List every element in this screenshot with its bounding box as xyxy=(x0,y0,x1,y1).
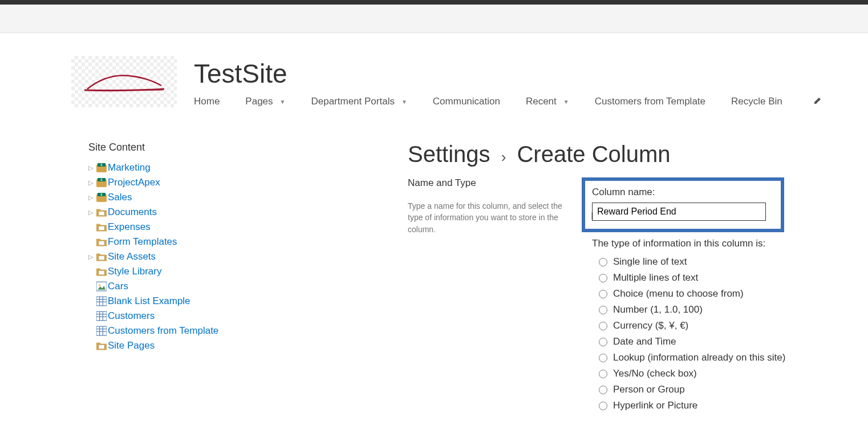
sidebar-item-label: Customers xyxy=(108,310,155,322)
window-top-bar xyxy=(0,0,868,5)
expand-icon[interactable]: ▷ xyxy=(88,253,95,261)
nav-label: Recycle Bin xyxy=(731,96,782,107)
radio-label: Single line of text xyxy=(613,256,687,268)
sidebar-item[interactable]: ▷Marketing xyxy=(88,160,328,175)
sidebar-item[interactable]: Expenses xyxy=(88,220,328,234)
radio-label: Choice (menu to choose from) xyxy=(613,288,744,300)
column-type-option[interactable]: Lookup (information already on this site… xyxy=(599,350,868,366)
sidebar-item-label: Site Pages xyxy=(108,340,155,351)
radio-label: Yes/No (check box) xyxy=(613,368,697,379)
radio-label: Currency ($, ¥, €) xyxy=(613,320,688,331)
nav-home[interactable]: Home xyxy=(194,96,220,107)
nav-recent[interactable]: Recent ▼ xyxy=(526,96,569,107)
nav-communication[interactable]: Communication xyxy=(433,96,500,107)
radio-input[interactable] xyxy=(599,290,607,298)
breadcrumb-separator: › xyxy=(501,148,506,165)
sidebar-item-label: Form Templates xyxy=(108,236,177,248)
radio-label: Lookup (information already on this site… xyxy=(613,352,785,363)
column-type-option[interactable]: Date and Time xyxy=(599,334,868,350)
column-type-option[interactable]: Multiple lines of text xyxy=(599,270,868,286)
nav-label: Recent xyxy=(526,96,557,107)
radio-input[interactable] xyxy=(599,402,607,410)
main-content: Settings › Create Column Name and Type T… xyxy=(328,141,868,414)
nav-label: Department Portals xyxy=(311,96,394,107)
column-type-label: The type of information in this column i… xyxy=(592,238,868,249)
sidebar-item-label: Expenses xyxy=(108,221,151,233)
chevron-down-icon: ▼ xyxy=(401,99,407,105)
expand-icon[interactable]: ▷ xyxy=(88,209,95,216)
nav-label: Home xyxy=(194,96,220,107)
car-logo-icon xyxy=(79,67,170,96)
top-nav: Home Pages ▼ Department Portals ▼ Commun… xyxy=(194,96,822,107)
radio-input[interactable] xyxy=(599,322,607,330)
expand-icon[interactable]: ▷ xyxy=(88,179,95,187)
radio-input[interactable] xyxy=(599,386,607,394)
folder-icon xyxy=(96,341,107,351)
nav-label: Communication xyxy=(433,96,500,107)
chevron-down-icon: ▼ xyxy=(563,99,569,105)
sidebar-item[interactable]: Site Pages xyxy=(88,338,328,353)
column-type-option[interactable]: Choice (menu to choose from) xyxy=(599,286,868,302)
sidebar-item-label: Blank List Example xyxy=(108,296,190,307)
expand-icon[interactable]: ▷ xyxy=(88,164,95,172)
breadcrumb-parent[interactable]: Settings xyxy=(408,141,490,167)
nav-pages[interactable]: Pages ▼ xyxy=(245,96,285,107)
sidebar-item-label: Style Library xyxy=(108,266,161,277)
site-logo[interactable] xyxy=(71,56,177,107)
column-name-highlight: Column name: xyxy=(582,177,784,232)
sidebar-item[interactable]: Blank List Example xyxy=(88,294,328,309)
radio-input[interactable] xyxy=(599,370,607,378)
ribbon-area xyxy=(0,5,868,33)
column-type-option[interactable]: Currency ($, ¥, €) xyxy=(599,318,868,334)
column-name-input[interactable] xyxy=(592,203,766,221)
radio-label: Date and Time xyxy=(613,336,676,347)
sidebar-item-label: Cars xyxy=(108,281,128,292)
radio-input[interactable] xyxy=(599,274,607,282)
radio-label: Number (1, 1.0, 100) xyxy=(613,304,703,315)
nav-label: Pages xyxy=(245,96,273,107)
page-title: Settings › Create Column xyxy=(408,141,868,167)
section-title: Name and Type xyxy=(408,177,565,189)
column-type-option[interactable]: Number (1, 1.0, 100) xyxy=(599,302,868,318)
column-type-option[interactable]: Single line of text xyxy=(599,254,868,270)
sidebar: Site Content ▷Marketing▷ProjectApex▷Sale… xyxy=(88,141,328,414)
radio-input[interactable] xyxy=(599,338,607,346)
sidebar-item[interactable]: Form Templates xyxy=(88,234,328,249)
sidebar-item[interactable]: Customers xyxy=(88,309,328,323)
sidebar-item-label: Customers from Template xyxy=(108,325,218,337)
sidebar-title: Site Content xyxy=(88,141,328,153)
sidebar-item-label: ProjectApex xyxy=(108,177,160,188)
section-description: Type a name for this column, and select … xyxy=(408,200,565,235)
radio-label: Person or Group xyxy=(613,384,685,395)
nav-customers-from-template[interactable]: Customers from Template xyxy=(595,96,705,107)
nav-recycle-bin[interactable]: Recycle Bin xyxy=(731,96,782,107)
nav-label: Customers from Template xyxy=(595,96,705,107)
sidebar-item[interactable]: Customers from Template xyxy=(88,323,328,338)
radio-input[interactable] xyxy=(599,258,607,266)
sidebar-item[interactable]: ▷Documents xyxy=(88,205,328,220)
radio-label: Hyperlink or Picture xyxy=(613,400,697,411)
sidebar-item[interactable]: ▷ProjectApex xyxy=(88,175,328,190)
site-header: TestSite Home Pages ▼ Department Portals… xyxy=(0,33,868,107)
column-name-label: Column name: xyxy=(592,187,774,198)
sidebar-item-label: Documents xyxy=(108,207,157,218)
radio-input[interactable] xyxy=(599,306,607,314)
column-type-option[interactable]: Hyperlink or Picture xyxy=(599,398,868,414)
sidebar-item-label: Site Assets xyxy=(108,251,156,262)
site-title[interactable]: TestSite xyxy=(194,58,822,89)
chevron-down-icon: ▼ xyxy=(280,99,286,105)
sidebar-item-label: Marketing xyxy=(108,162,151,173)
expand-icon[interactable]: ▷ xyxy=(88,194,95,201)
radio-label: Multiple lines of text xyxy=(613,272,698,284)
sidebar-item-label: Sales xyxy=(108,192,132,203)
sidebar-item[interactable]: ▷Sales xyxy=(88,190,328,205)
sidebar-item[interactable]: ▷Site Assets xyxy=(88,249,328,264)
edit-nav-icon[interactable] xyxy=(814,96,822,107)
column-type-option[interactable]: Person or Group xyxy=(599,382,868,398)
sidebar-item[interactable]: Cars xyxy=(88,279,328,294)
sidebar-item[interactable]: Style Library xyxy=(88,264,328,279)
column-type-option[interactable]: Yes/No (check box) xyxy=(599,366,868,382)
radio-input[interactable] xyxy=(599,354,607,362)
breadcrumb-current: Create Column xyxy=(517,141,670,167)
nav-department-portals[interactable]: Department Portals ▼ xyxy=(311,96,407,107)
